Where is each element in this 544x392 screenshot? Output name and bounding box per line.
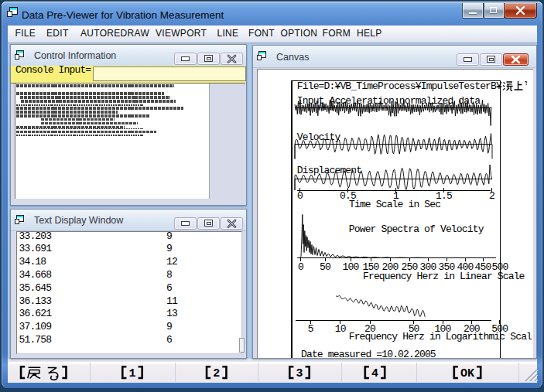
svg-text:100: 100: [343, 261, 359, 273]
svg-text:Time Scale in Sec: Time Scale in Sec: [349, 199, 440, 210]
svg-text:1: 1: [128, 366, 135, 380]
svg-text:Frequency Herz in Linear Scale: Frequency Herz in Linear Scale: [363, 270, 525, 281]
svg-text:Displacement: Displacement: [297, 165, 361, 176]
svg-text:2: 2: [213, 366, 220, 380]
svg-text:4: 4: [371, 366, 378, 380]
svg-text:3: 3: [296, 366, 303, 380]
svg-text:Power Spectra of Velocity: Power Spectra of Velocity: [349, 223, 484, 234]
svg-text:10: 10: [335, 322, 346, 334]
svg-text:OK: OK: [460, 366, 474, 380]
svg-text:Date measured =10.02.2005: Date measured =10.02.2005: [301, 348, 436, 357]
svg-text:Frequency Herz in Logarithmic: Frequency Herz in Logarithmic Scale: [349, 330, 532, 342]
svg-text:5: 5: [308, 322, 313, 334]
svg-text:50: 50: [320, 261, 330, 273]
svg-text:0: 0: [298, 261, 303, 273]
svg-text:0: 0: [297, 189, 303, 201]
svg-text:Velocity: Velocity: [297, 131, 341, 142]
svg-text:File=D:¥VB_TimeProcess¥Impulse: File=D:¥VB_TimeProcess¥ImpulseTesterB¥: [297, 80, 502, 91]
svg-text:2: 2: [489, 189, 494, 201]
